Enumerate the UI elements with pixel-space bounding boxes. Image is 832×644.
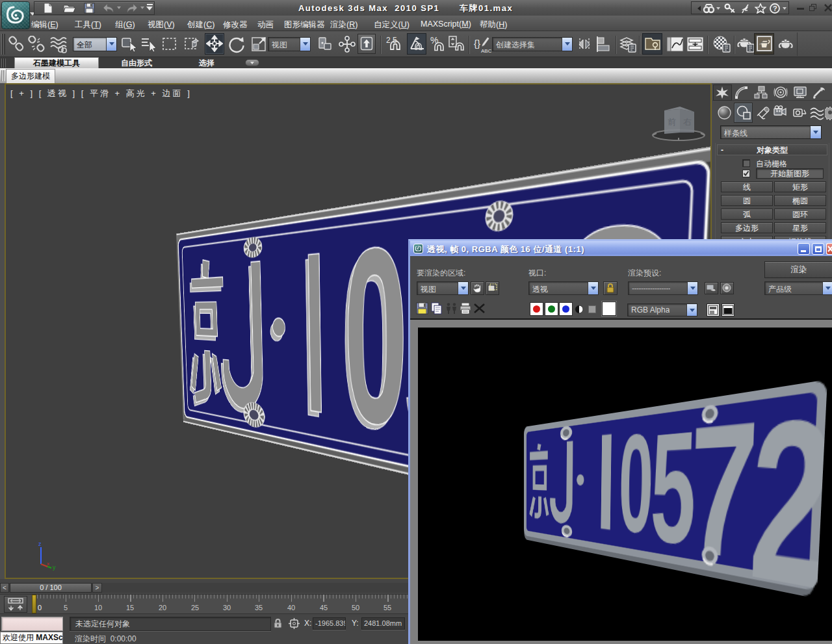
svg-text:%: % <box>430 35 438 45</box>
svg-text:ABC: ABC <box>481 48 491 54</box>
svg-text:右: 右 <box>683 117 692 127</box>
svg-text:z: z <box>38 541 42 547</box>
svg-text:y: y <box>53 564 56 571</box>
svg-text:2: 2 <box>746 361 832 641</box>
svg-text:x: x <box>47 561 49 567</box>
svg-text:{}: {} <box>474 38 480 49</box>
svg-text:?: ? <box>773 5 777 12</box>
svg-text:前: 前 <box>668 117 676 127</box>
